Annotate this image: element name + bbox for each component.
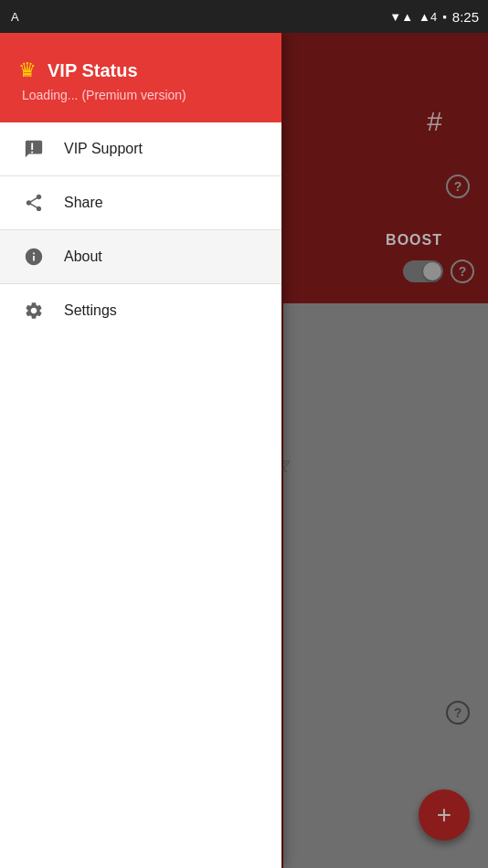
battery-icon: ▪	[442, 10, 447, 24]
status-bar-left: A	[11, 10, 19, 24]
about-icon	[22, 247, 46, 267]
vip-title: VIP Status	[48, 60, 138, 81]
drawer-item-vip-support[interactable]: VIP Support	[0, 122, 281, 175]
settings-icon	[22, 301, 46, 321]
vip-support-icon	[22, 139, 46, 159]
vip-subtitle: Loading... (Premium version)	[18, 88, 263, 102]
drawer-header-row: ♛ VIP Status	[18, 58, 263, 82]
crown-icon: ♛	[18, 58, 37, 82]
drawer-menu: VIP Support Share About	[0, 122, 281, 868]
share-icon	[22, 193, 46, 213]
drawer-item-settings[interactable]: Settings	[0, 284, 281, 337]
drawer-header: ♛ VIP Status Loading... (Premium version…	[0, 33, 281, 122]
drawer-item-about[interactable]: About	[0, 230, 281, 283]
android-icon: A	[11, 10, 19, 24]
vip-support-label: VIP Support	[64, 141, 143, 157]
about-label: About	[64, 249, 102, 265]
navigation-drawer: ♛ VIP Status Loading... (Premium version…	[0, 33, 281, 868]
status-bar-right: ▼▲ ▲4 ▪ 8:25	[389, 9, 479, 25]
status-time: 8:25	[452, 9, 479, 25]
settings-label: Settings	[64, 302, 117, 319]
share-label: Share	[64, 195, 103, 211]
status-bar: A ▼▲ ▲4 ▪ 8:25	[0, 0, 488, 33]
drawer-item-share[interactable]: Share	[0, 176, 281, 229]
wifi-icon: ▲4	[419, 10, 437, 24]
signal-icon: ▼▲	[389, 10, 413, 24]
